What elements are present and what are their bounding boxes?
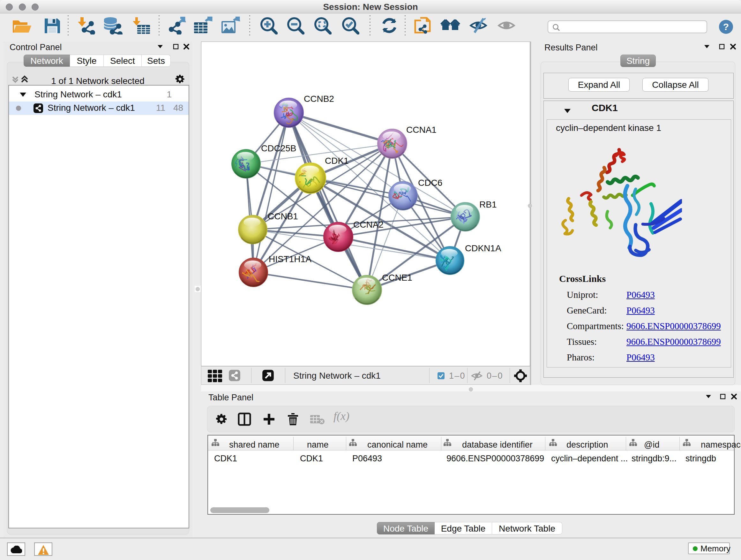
svg-text:CCNB2: CCNB2 bbox=[304, 94, 334, 104]
svg-text:CCNB1: CCNB1 bbox=[268, 211, 298, 221]
svg-text:HIST1H1A: HIST1H1A bbox=[269, 254, 312, 264]
svg-text:CDKN1A: CDKN1A bbox=[465, 243, 501, 253]
svg-text:CCNA2: CCNA2 bbox=[353, 220, 384, 230]
svg-text:?: ? bbox=[723, 21, 729, 32]
svg-text:CDC6: CDC6 bbox=[418, 178, 442, 188]
svg-text:CDC25B: CDC25B bbox=[261, 143, 296, 153]
svg-text:CCNE1: CCNE1 bbox=[382, 273, 412, 283]
svg-text:CCNA1: CCNA1 bbox=[406, 125, 436, 135]
svg-text:RB1: RB1 bbox=[479, 199, 496, 209]
svg-text:CDK1: CDK1 bbox=[325, 156, 349, 166]
